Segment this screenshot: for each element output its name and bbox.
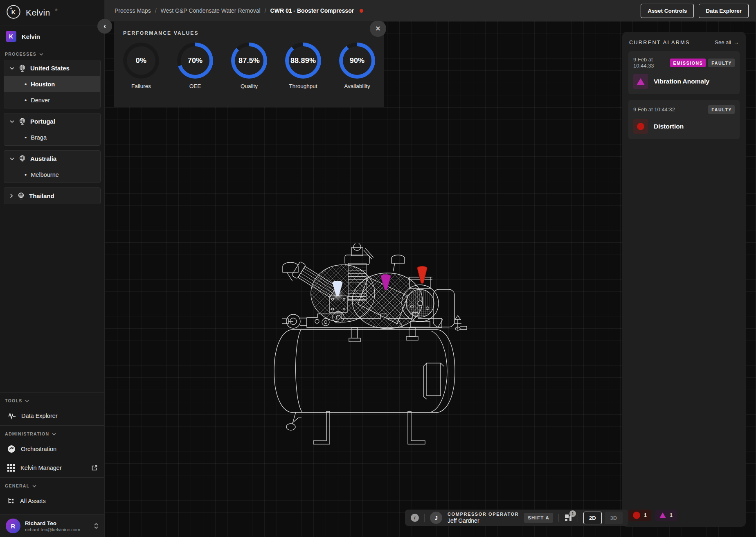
counter-value: 1 xyxy=(644,512,647,518)
gauge-value: 70% xyxy=(181,46,209,75)
topbar: Process Maps / West G&P Condensate Water… xyxy=(105,0,756,21)
chevron-down-icon xyxy=(52,433,56,435)
shift-chip[interactable]: SHIFT A xyxy=(524,513,553,523)
sidebar-item-label: Kelvin Manager xyxy=(20,465,86,471)
gauge-availability: 90% Availability xyxy=(339,43,375,89)
tree-item-denver[interactable]: • Denver xyxy=(4,92,100,108)
user-name: Richard Teo xyxy=(25,520,89,526)
tree-item-thailand[interactable]: Thailand xyxy=(4,188,100,204)
breadcrumb-separator: / xyxy=(265,7,266,14)
section-general[interactable]: GENERAL xyxy=(0,478,104,492)
sidebar-collapse-button[interactable]: ‹ xyxy=(97,19,112,34)
gauge-ring: 87.5% xyxy=(231,43,267,79)
critical-alarm-counter[interactable]: 1 xyxy=(628,510,651,521)
process-group-united-states: United States • Houston • Denver xyxy=(4,60,101,108)
gauge-failures: 0% Failures xyxy=(123,43,159,89)
sidebar-item-orchestration[interactable]: Orchestration xyxy=(0,440,104,458)
alarm-name: Distortion xyxy=(654,123,684,130)
gauge-ring: 70% xyxy=(177,43,213,79)
see-all-link[interactable]: See all → xyxy=(715,39,739,45)
counter-value: 1 xyxy=(670,512,673,518)
alarm-name: Vibration Anomaly xyxy=(654,78,709,85)
compressor-diagram xyxy=(268,244,473,450)
tree-item-label: United States xyxy=(30,65,70,72)
globe-icon xyxy=(18,117,26,126)
globe-icon xyxy=(18,155,26,163)
view-3d-button[interactable]: 3D xyxy=(605,512,623,524)
bullet-icon: • xyxy=(25,171,27,178)
emissions-badge: EMISSIONS xyxy=(670,59,706,67)
gauge-ring: 0% xyxy=(123,43,159,79)
alarms-title: CURRENT ALARMS xyxy=(629,40,690,45)
tree-item-label: Thailand xyxy=(29,192,54,199)
workspace-row[interactable]: K Kelvin xyxy=(0,25,104,46)
gauge-value: 88.89% xyxy=(289,46,317,75)
bullet-icon: • xyxy=(25,81,27,87)
asset-marker-red[interactable] xyxy=(417,266,427,284)
info-icon[interactable]: i xyxy=(411,514,419,522)
expander-icon[interactable] xyxy=(94,523,99,529)
gauge-ring: 90% xyxy=(339,43,375,79)
close-icon[interactable]: × xyxy=(370,20,386,37)
gauge-label: Throughput xyxy=(289,83,317,89)
section-administration[interactable]: ADMINISTRATION xyxy=(0,426,104,440)
gauge-label: Failures xyxy=(131,83,151,89)
chevron-down-icon xyxy=(10,120,14,123)
tree-item-portugal[interactable]: Portugal xyxy=(4,113,100,129)
tree-item-label: Braga xyxy=(31,134,47,141)
process-group-australia: Australia • Melbourne xyxy=(4,150,101,183)
section-processes[interactable]: PROCESSES xyxy=(0,46,104,60)
tree-item-braga[interactable]: • Braga xyxy=(4,129,100,145)
breadcrumb: Process Maps / West G&P Condensate Water… xyxy=(115,7,363,14)
bullet-icon: • xyxy=(25,134,27,140)
brand-name: Kelvin xyxy=(26,8,50,18)
section-general-label: GENERAL xyxy=(5,483,29,488)
sidebar-item-label: Data Explorer xyxy=(21,413,58,419)
tree-item-houston[interactable]: • Houston xyxy=(4,76,100,92)
view-2d-button[interactable]: 2D xyxy=(583,512,602,524)
breadcrumb-current: CWR 01 - Booster Compressor xyxy=(270,7,354,14)
operator-role: COMPRESSOR OPERATOR xyxy=(448,512,519,517)
widgets-button[interactable]: 1 xyxy=(564,514,572,522)
operator-status-bar: i J COMPRESSOR OPERATOR Jeff Gardner SHI… xyxy=(405,510,628,526)
sidebar-item-kelvin-manager[interactable]: Kelvin Manager xyxy=(0,458,104,477)
gauge-value: 0% xyxy=(127,46,155,75)
alarm-counters: 1 1 xyxy=(628,510,740,521)
breadcrumb-process[interactable]: West G&P Condensate Water Removal xyxy=(161,7,261,14)
tree-item-united-states[interactable]: United States xyxy=(4,60,100,76)
user-profile[interactable]: R Richard Teo richard.teo@kelvininc.com xyxy=(0,514,104,537)
alarm-card-vibration-anomaly[interactable]: 9 Feb at 10:44:33 EMISSIONS FAULTY Vibra… xyxy=(628,51,740,94)
sidebar-item-data-explorer[interactable]: Data Explorer xyxy=(0,406,104,425)
process-map-canvas[interactable]: PERFORMANCE VALUES 0% Failures 70% OEE xyxy=(105,21,756,537)
warning-triangle-icon xyxy=(659,512,666,518)
data-explorer-button[interactable]: Data Explorer xyxy=(699,4,749,18)
alarm-card-distortion[interactable]: 9 Feb at 10:44:32 FAULTY Distortion xyxy=(628,100,740,139)
gauge-label: OEE xyxy=(189,83,201,89)
section-tools[interactable]: TOOLS xyxy=(0,393,104,406)
tree-item-melbourne[interactable]: • Melbourne xyxy=(4,167,100,183)
grid-icon xyxy=(7,464,15,472)
gauge-label: Quality xyxy=(241,83,258,89)
chevron-down-icon xyxy=(10,67,14,70)
divider xyxy=(558,514,559,522)
asset-status-dot xyxy=(360,9,363,13)
svg-text:K: K xyxy=(11,9,16,15)
kelvin-logo-icon: K xyxy=(6,4,21,21)
asset-controls-button[interactable]: Asset Controls xyxy=(641,4,694,18)
globe-icon xyxy=(17,192,25,200)
gauge-label: Availability xyxy=(344,83,370,89)
tree-item-label: Houston xyxy=(31,81,55,88)
sidebar-item-all-assets[interactable]: All Assets xyxy=(0,492,104,510)
sidebar-item-label: Orchestration xyxy=(21,446,56,452)
gauge-value: 90% xyxy=(343,46,371,75)
warning-alarm-counter[interactable]: 1 xyxy=(655,510,677,521)
gauge-oee: 70% OEE xyxy=(177,43,213,89)
workspace-name: Kelvin xyxy=(22,33,40,40)
tree-item-australia[interactable]: Australia xyxy=(4,151,100,167)
current-alarms-panel: CURRENT ALARMS See all → 9 Feb at 10:44:… xyxy=(622,32,746,527)
performance-title: PERFORMANCE VALUES xyxy=(123,30,375,36)
brand-registered-mark: ® xyxy=(55,8,58,12)
chevron-down-icon xyxy=(10,157,14,160)
tree-item-label: Melbourne xyxy=(31,171,59,178)
breadcrumb-process-maps[interactable]: Process Maps xyxy=(115,7,151,14)
